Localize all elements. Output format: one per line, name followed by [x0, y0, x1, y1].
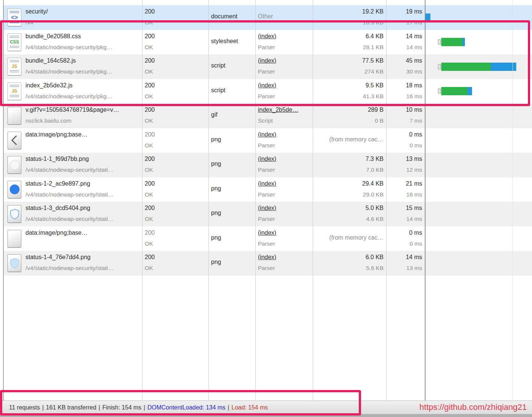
size-transferred: 9.5 KB	[366, 82, 384, 89]
waterfall-bar	[438, 79, 472, 104]
size-resource: 0 B	[375, 117, 384, 124]
image-preview-chevron-icon	[7, 132, 21, 149]
network-request-row[interactable]: status-1-1_f69d7bb.png /v4/static/nodewa…	[4, 153, 532, 177]
network-request-row[interactable]: v.gif?v=1505634768719&page=v… nsclick.ba…	[4, 104, 532, 128]
status-text: OK	[145, 216, 153, 222]
request-type: png	[211, 136, 221, 143]
size-note: (from memory cac…	[329, 136, 384, 143]
request-name: security/	[25, 8, 48, 15]
status-code: 200	[145, 205, 155, 212]
initiator-detail: Parser	[258, 191, 275, 198]
request-name: data:image/png;base…	[25, 230, 87, 236]
network-request-row[interactable]: JS index_2b5de32.js /v4/static/nodewap-s…	[4, 79, 532, 104]
network-request-row[interactable]: JS bundle_164c582.js /v4/static/nodewap-…	[4, 54, 532, 79]
status-text: OK	[145, 166, 153, 173]
status-text: OK	[145, 68, 153, 75]
column-divider-initiator-size[interactable]	[313, 0, 313, 400]
network-request-row[interactable]: status-1-3_dcd5404.png /v4/static/nodewa…	[4, 202, 532, 226]
column-divider-name-status[interactable]	[142, 0, 142, 400]
network-summary-text: 11 requests|161 KB transferred|Finish: 1…	[9, 404, 268, 411]
size-transferred: 77.5 KB	[362, 57, 384, 64]
time-total: 13 ms	[406, 156, 422, 162]
time-total: 0 ms	[409, 230, 422, 236]
network-request-row[interactable]: data:image/png;base… 200 OK png (index) …	[4, 226, 532, 251]
initiator[interactable]: (index)	[258, 82, 276, 89]
time-latency: 13 ms	[406, 265, 422, 272]
size-resource: 7.0 KB	[366, 166, 384, 173]
time-total: 21 ms	[406, 180, 422, 187]
request-path: /v4/static/nodewap-security/pkg…	[25, 93, 112, 100]
status-text: OK	[145, 93, 153, 100]
time-total: 15 ms	[406, 205, 422, 212]
time-total: 14 ms	[406, 254, 422, 261]
initiator[interactable]: (index)	[258, 57, 276, 64]
network-request-row[interactable]: status-1-4_76e7dd4.png /v4/static/nodewa…	[4, 251, 532, 276]
size-transferred: 5.0 KB	[366, 205, 384, 212]
request-name: data:image/png;base…	[25, 131, 87, 138]
time-total: 18 ms	[406, 82, 422, 89]
image-preview-circle-white-icon	[7, 156, 21, 174]
time-total: 14 ms	[406, 33, 422, 40]
network-request-row[interactable]: status-1-2_ac9e897.png /v4/static/nodewa…	[4, 177, 532, 202]
status-code: 200	[145, 230, 155, 236]
request-path: /v4/static/nodewap-security/pkg…	[25, 44, 112, 51]
initiator-detail: Parser	[258, 44, 275, 51]
initiator[interactable]: (index)	[258, 156, 276, 162]
network-request-row[interactable]: CSS bundle_0e20588.css /v4/static/nodewa…	[4, 30, 532, 55]
request-type: png	[211, 259, 221, 266]
time-latency: 16 ms	[406, 93, 422, 100]
initiator: Other	[258, 13, 273, 20]
initiator-detail: Parser	[258, 93, 275, 100]
request-path: /v4/static/nodewap-security/stati…	[25, 166, 114, 173]
status-text: OK	[145, 19, 153, 26]
request-name: bundle_0e20588.css	[25, 33, 81, 40]
image-preview-shield-blue-icon	[7, 254, 21, 272]
request-type: stylesheet	[211, 38, 238, 45]
initiator[interactable]: (index)	[258, 230, 276, 236]
time-latency: 30 ms	[406, 68, 422, 75]
request-path: /v4	[25, 19, 33, 26]
request-path: nsclick.baidu.com	[25, 117, 71, 124]
network-request-row[interactable]: <> security/ /v4 200 OK document Other 1…	[4, 5, 532, 30]
html-document-icon: <>	[7, 9, 21, 26]
column-divider-status-type[interactable]	[208, 0, 209, 400]
size-transferred: 6.4 KB	[366, 33, 384, 40]
request-name: bundle_164c582.js	[25, 57, 76, 64]
request-name: status-1-2_ac9e897.png	[25, 180, 90, 187]
initiator-detail: Script	[258, 117, 273, 124]
waterfall-bar	[438, 54, 516, 79]
status-code: 200	[145, 180, 155, 187]
time-latency: 17 ms	[406, 19, 422, 26]
initiator[interactable]: (index)	[258, 254, 276, 261]
initiator[interactable]: (index)	[258, 33, 276, 40]
image-preview-shield-outline-icon	[7, 205, 21, 223]
size-transferred: 7.3 KB	[366, 156, 384, 162]
domcontentloaded-time: DOMContentLoaded: 134 ms	[147, 404, 225, 411]
table-left-edge	[3, 0, 4, 400]
waterfall-bar	[426, 5, 430, 30]
js-file-icon: JS	[7, 58, 21, 75]
initiator[interactable]: (index)	[258, 205, 276, 212]
load-time: Load: 154 ms	[232, 404, 268, 411]
column-divider-size-time[interactable]	[386, 0, 387, 400]
status-code: 200	[145, 131, 155, 138]
time-latency: 14 ms	[406, 44, 422, 51]
size-transferred: 6.0 KB	[366, 254, 384, 261]
initiator[interactable]: (index)	[258, 131, 276, 138]
size-note: (from memory cac…	[329, 234, 384, 241]
request-path: /v4/static/nodewap-security/pkg…	[25, 68, 112, 75]
waterfall-gridline	[513, 0, 513, 400]
size-resource: 4.6 KB	[366, 216, 384, 222]
request-path: /v4/static/nodewap-security/stati…	[25, 191, 114, 198]
initiator-detail: Parser	[258, 240, 275, 247]
initiator[interactable]: index_2b5de…	[258, 106, 298, 113]
column-divider-time-waterfall[interactable]	[425, 0, 426, 400]
network-request-row[interactable]: data:image/png;base… 200 OK png (index) …	[4, 128, 532, 153]
initiator[interactable]: (index)	[258, 180, 276, 187]
status-code: 200	[145, 82, 155, 89]
status-text: OK	[145, 240, 153, 247]
column-divider-type-initiator[interactable]	[255, 0, 256, 400]
time-latency: 14 ms	[406, 216, 422, 222]
github-watermark-link: https://github.com/zhiqiang21	[420, 402, 527, 412]
finish-time: Finish: 154 ms	[102, 404, 141, 411]
